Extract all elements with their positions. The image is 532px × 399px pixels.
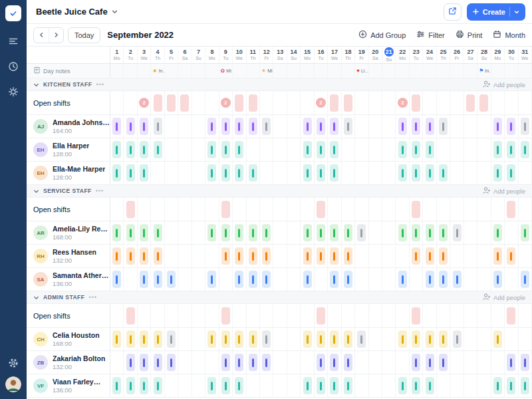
shift-pill[interactable] xyxy=(521,354,529,371)
shift-cell-14[interactable] xyxy=(287,138,301,161)
shift-pill[interactable] xyxy=(221,141,230,158)
shift-cell-31[interactable] xyxy=(519,374,532,397)
shift-cell-27[interactable] xyxy=(464,138,477,161)
shift-pill[interactable] xyxy=(317,118,325,135)
shift-cell-14[interactable] xyxy=(287,374,301,397)
open-shift-cell-9[interactable] xyxy=(219,198,233,221)
shift-cell-16[interactable] xyxy=(315,221,328,244)
day-note-cell-31[interactable] xyxy=(519,64,532,78)
shift-cell-6[interactable] xyxy=(178,162,192,184)
shift-pill[interactable] xyxy=(221,377,230,394)
shift-pill[interactable] xyxy=(493,141,502,158)
shift-cell-26[interactable] xyxy=(450,115,464,138)
date-header-7[interactable]: 7Su xyxy=(192,47,205,63)
shift-cell-8[interactable] xyxy=(205,221,219,244)
date-header-24[interactable]: 24We xyxy=(423,47,436,63)
open-shift-cell-24[interactable] xyxy=(423,304,436,327)
shift-cell-29[interactable] xyxy=(491,115,505,138)
shift-pill[interactable] xyxy=(126,354,135,371)
open-shift-cell-26[interactable] xyxy=(450,198,464,221)
shift-cell-28[interactable] xyxy=(477,351,491,374)
chevron-down-icon[interactable] xyxy=(33,188,39,194)
shift-pill[interactable] xyxy=(126,377,135,394)
shift-pill[interactable] xyxy=(126,224,135,241)
today-button[interactable]: Today xyxy=(68,27,100,43)
shift-cell-13[interactable] xyxy=(273,138,287,161)
shift-cell-19[interactable] xyxy=(355,374,368,397)
date-header-18[interactable]: 18Th xyxy=(342,47,355,63)
shift-cell-17[interactable] xyxy=(328,268,341,291)
date-header-5[interactable]: 5Fr xyxy=(165,47,178,63)
shift-pill[interactable] xyxy=(493,164,502,182)
shift-pill[interactable] xyxy=(412,118,420,135)
shift-cell-25[interactable] xyxy=(437,162,450,184)
shift-pill[interactable] xyxy=(126,118,135,135)
shift-pill[interactable] xyxy=(426,224,434,241)
shift-cell-30[interactable] xyxy=(505,351,518,374)
shift-cell-19[interactable] xyxy=(355,115,368,138)
shift-cell-19[interactable] xyxy=(355,328,368,350)
shift-cell-14[interactable] xyxy=(287,221,301,244)
shift-cell-27[interactable] xyxy=(464,328,477,350)
chevron-down-icon[interactable] xyxy=(33,295,39,301)
shift-cell-27[interactable] xyxy=(464,374,477,397)
open-shift-block[interactable] xyxy=(412,94,420,112)
add-people-button[interactable]: Add people xyxy=(482,186,525,196)
shift-cell-31[interactable] xyxy=(519,162,532,184)
shift-cell-2[interactable] xyxy=(124,245,137,267)
open-shift-cell-25[interactable] xyxy=(437,304,450,327)
open-shift-block[interactable] xyxy=(126,307,135,325)
employee-cell[interactable]: ARAmelia-Lily Reyes168:00 xyxy=(27,221,110,244)
day-note-cell-22[interactable] xyxy=(396,64,409,78)
shift-pill[interactable] xyxy=(235,247,243,265)
shift-cell-11[interactable] xyxy=(247,328,260,350)
open-shift-cell-22[interactable] xyxy=(396,304,409,327)
shift-cell-2[interactable] xyxy=(124,115,137,138)
day-note-cell-6[interactable] xyxy=(178,64,192,78)
shift-pill[interactable] xyxy=(167,271,176,288)
shift-cell-27[interactable] xyxy=(464,115,477,138)
open-shift-cell-27[interactable] xyxy=(464,198,477,221)
open-shift-cell-23[interactable] xyxy=(410,304,423,327)
shift-cell-10[interactable] xyxy=(233,162,246,184)
shift-pill[interactable] xyxy=(344,118,352,135)
shift-cell-24[interactable] xyxy=(423,115,436,138)
shift-pill[interactable] xyxy=(453,224,462,241)
shift-pill[interactable] xyxy=(154,354,162,371)
shift-cell-19[interactable] xyxy=(355,351,368,374)
shift-cell-30[interactable] xyxy=(505,162,518,184)
create-button[interactable]: Create xyxy=(467,3,525,21)
date-header-14[interactable]: 14Su xyxy=(287,47,301,63)
shift-cell-16[interactable] xyxy=(315,351,328,374)
add-group-button[interactable]: Add Group xyxy=(358,30,406,40)
shift-cell-3[interactable] xyxy=(138,374,151,397)
shift-cell-17[interactable] xyxy=(328,374,341,397)
shift-pill[interactable] xyxy=(493,118,502,135)
shift-cell-24[interactable] xyxy=(423,221,436,244)
shift-pill[interactable] xyxy=(140,247,148,265)
shift-pill[interactable] xyxy=(357,224,366,241)
shift-cell-3[interactable] xyxy=(138,221,151,244)
shift-pill[interactable] xyxy=(221,224,230,241)
shift-pill[interactable] xyxy=(398,164,407,182)
shift-cell-4[interactable] xyxy=(151,328,164,350)
shift-cell-18[interactable] xyxy=(342,245,355,267)
open-shift-block[interactable] xyxy=(235,94,243,112)
shift-pill[interactable] xyxy=(317,331,325,348)
shift-cell-19[interactable] xyxy=(355,162,368,184)
shift-cell-21[interactable] xyxy=(382,138,396,161)
open-shift-cell-6[interactable] xyxy=(178,198,192,221)
shift-pill[interactable] xyxy=(207,224,216,241)
shift-cell-29[interactable] xyxy=(491,245,505,267)
shift-cell-7[interactable] xyxy=(192,115,205,138)
shift-cell-7[interactable] xyxy=(192,245,205,267)
open-shift-cell-2[interactable] xyxy=(124,304,137,327)
shift-pill[interactable] xyxy=(140,354,148,371)
open-shift-block[interactable] xyxy=(507,201,515,218)
shift-pill[interactable] xyxy=(167,331,176,348)
shift-cell-5[interactable] xyxy=(165,221,178,244)
shift-pill[interactable] xyxy=(126,141,135,158)
shift-cell-12[interactable] xyxy=(260,374,273,397)
shift-pill[interactable] xyxy=(126,331,135,348)
shift-cell-8[interactable] xyxy=(205,351,219,374)
